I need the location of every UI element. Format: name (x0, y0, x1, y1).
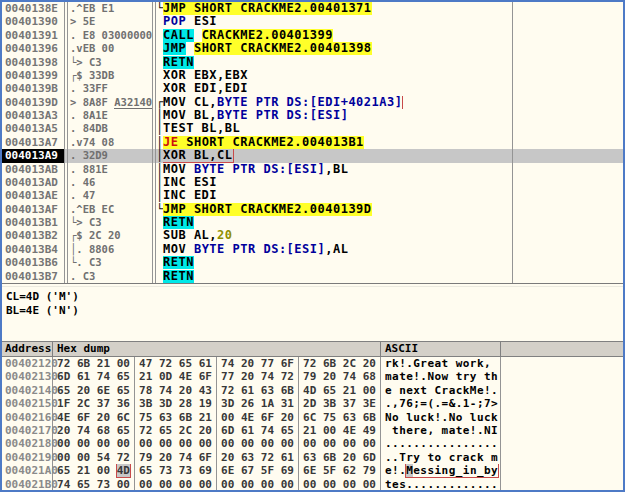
hex-byte-group: 00 00 00 00 (299, 478, 381, 491)
disasm-row[interactable]: 004013AF.^EB EC└JMP SHORT CRACKME2.00401… (2, 203, 623, 216)
hexdump-row[interactable]: 0040214065 20 6E 6578 74 20 4372 61 63 6… (2, 384, 623, 397)
disasm-row[interactable]: 00401390> 5EPOP ESI (2, 15, 623, 28)
hex-byte-group: 21 0D 4E 6F (135, 370, 217, 383)
register-hint-line: BL=4E ('N') (6, 304, 623, 318)
jump-bracket: ┌ (156, 96, 163, 109)
disasm-comment (512, 189, 623, 202)
disasm-instruction: RETN (156, 256, 512, 269)
disasm-row[interactable]: 004013B7. C3RETN (2, 270, 623, 283)
instruction-text: │JE SHORT CRACKME2.004013B1 (156, 136, 364, 149)
hex-ascii: ..Try to crack m (381, 451, 501, 464)
instruction-segment: INC EDI (163, 189, 217, 202)
instruction-segment: SHORT CRACKME2.004013B1 (178, 136, 363, 149)
disasm-row[interactable]: 004013B2┌$ 2C 20SUB AL,20 (2, 229, 623, 242)
instruction-segment: BYTE PTR DS:[EDI+4021A3] (217, 96, 402, 109)
disasm-row[interactable]: 004013A5. 84DB│TEST BL,BL (2, 122, 623, 135)
hex-ascii: No luck!.No luck (381, 411, 501, 424)
hex-byte-group: 72 65 2C 20 (135, 424, 217, 437)
disasm-row[interactable]: 00401391. E8 03000000CALL CRACKME2.00401… (2, 29, 623, 42)
disasm-row[interactable]: 004013B1└> C3RETN (2, 216, 623, 229)
disasm-row[interactable]: 004013B6└. C3RETN (2, 256, 623, 269)
jump-bracket: │ (156, 122, 163, 135)
hex-byte-group: 00 00 54 72 (53, 451, 135, 464)
hexdump-row[interactable]: 004021306D 61 74 6521 0D 4E 6F77 20 74 7… (2, 370, 623, 383)
hex-byte-group: 74 65 73 00 (53, 478, 135, 491)
disasm-row[interactable]: 004013AD. 46│INC ESI (2, 176, 623, 189)
disasm-row[interactable]: 00401398└> C3RETN (2, 56, 623, 69)
hex-byte-group: 6D 61 74 65 (53, 370, 135, 383)
disasm-address: 0040138E (2, 2, 64, 15)
header-ascii: ASCII (381, 342, 501, 356)
disasm-comment (512, 256, 623, 269)
disasm-comment (512, 109, 623, 122)
instruction-text: RETN (156, 216, 194, 229)
disasm-address: 00401391 (2, 29, 64, 42)
jump-bracket: │ (156, 176, 163, 189)
disasm-row[interactable]: 0040139B. 33FFXOR EDI,EDI (2, 82, 623, 95)
hex-byte-group: 4D 65 21 00 (299, 384, 381, 397)
disasm-bytes: ┌$ 2C 20 (68, 229, 152, 242)
hex-byte-group: 74 20 77 6F (217, 357, 299, 370)
jump-bracket: │ (156, 136, 163, 149)
hexdump-panel[interactable]: Address Hex dump ASCII 0040212072 6B 21 … (2, 341, 623, 491)
disasm-row[interactable]: 004013B4│. 8806MOV BYTE PTR DS:[ESI],AL (2, 243, 623, 256)
disasm-row[interactable]: 004013A7.v74 08│JE SHORT CRACKME2.004013… (2, 136, 623, 149)
instruction-segment: RETN (163, 256, 194, 269)
hexdump-row[interactable]: 0040218000 00 00 0000 00 00 0000 00 00 0… (2, 437, 623, 450)
jump-bracket: │ (156, 189, 163, 202)
jump-bracket: └ (156, 203, 163, 216)
instruction-segment (186, 42, 194, 55)
instruction-text: RETN (156, 270, 194, 283)
hex-byte-group: 4E 6F 20 6C (53, 411, 135, 424)
disasm-row[interactable]: 00401399┌$ 33DBXOR EBX,EBX (2, 69, 623, 82)
instruction-segment: ,AL (325, 243, 348, 256)
instruction-segment: POP (163, 15, 186, 28)
disasm-bytes: > 8A8F A3214000 (68, 96, 152, 109)
instruction-text: │MOV BL,BYTE PTR DS:[ESI] (156, 109, 348, 122)
disassembly-panel[interactable]: 0040138E.^EB E1└JMP SHORT CRACKME2.00401… (2, 2, 623, 283)
disasm-comment (512, 163, 623, 176)
hex-byte-group: 78 74 20 43 (135, 384, 217, 397)
instruction-segment: JMP SHORT CRACKME2.00401371 (163, 2, 372, 15)
disasm-row[interactable]: 00401396.vEB 00JMP SHORT CRACKME2.004013… (2, 42, 623, 55)
hex-byte-group: 3B 3D 28 19 (135, 397, 217, 410)
disasm-address: 004013AE (2, 189, 64, 202)
disasm-bytes: │. 8806 (68, 243, 152, 256)
disasm-bytes: . C3 (68, 270, 152, 283)
disasm-row[interactable]: 0040138E.^EB E1└JMP SHORT CRACKME2.00401… (2, 2, 623, 15)
instruction-text: │INC ESI (156, 176, 217, 189)
disasm-address: 004013B2 (2, 229, 64, 242)
hexdump-row[interactable]: 0040219000 00 54 7279 20 74 6F20 63 72 6… (2, 451, 623, 464)
hexdump-rows[interactable]: 0040212072 6B 21 0047 72 65 6174 20 77 6… (2, 357, 623, 491)
hexdump-row[interactable]: 0040217020 74 68 6572 65 2C 206D 61 74 6… (2, 424, 623, 437)
hexdump-row[interactable]: 004021501F 2C 37 363B 3D 28 193D 26 1A 3… (2, 397, 623, 410)
annotation-redbox: ┌MOV CL,BYTE PTR DS:[EDI+4021A3] (156, 96, 402, 109)
annotation-redbox: Messing_in_by (406, 464, 498, 477)
disasm-address: 004013A9 (2, 149, 64, 162)
hexdump-row[interactable]: 004021604E 6F 20 6C75 63 6B 2100 4E 6F 2… (2, 411, 623, 424)
instruction-segment: CRACKME2.00401399 (202, 29, 333, 42)
disasm-bytes: └> C3 (68, 56, 152, 69)
hex-byte-group: 1F 2C 37 36 (53, 397, 135, 410)
register-hint-panel[interactable]: CL=4D ('M') BL=4E ('N') (2, 287, 623, 341)
disasm-instruction: RETN (156, 270, 512, 283)
instruction-text: SUB AL,20 (156, 229, 233, 242)
disasm-row[interactable]: 004013AB. 881E│MOV BYTE PTR DS:[ESI],BL (2, 163, 623, 176)
hex-row-spacer (501, 357, 623, 370)
disasm-instruction: │MOV BL,BYTE PTR DS:[ESI] (156, 109, 512, 122)
disasm-row[interactable]: 0040139D> 8A8F A3214000┌MOV CL,BYTE PTR … (2, 96, 623, 109)
hexdump-row[interactable]: 004021A065 21 00 4D65 73 73 696E 67 5F 6… (2, 464, 623, 477)
disasm-address: 004013B1 (2, 216, 64, 229)
disasm-comment (512, 96, 623, 109)
disasm-address: 004013B6 (2, 256, 64, 269)
disasm-row[interactable]: 004013A9. 32D9│XOR BL,CL (2, 149, 623, 162)
hex-ascii: ................ (381, 437, 501, 450)
hex-row-spacer (501, 424, 623, 437)
hexdump-row[interactable]: 004021B074 65 73 0000 00 00 0000 00 00 0… (2, 478, 623, 491)
disasm-address: 004013AD (2, 176, 64, 189)
disasm-row[interactable]: 004013AE. 47│INC EDI (2, 189, 623, 202)
hexdump-row[interactable]: 0040212072 6B 21 0047 72 65 6174 20 77 6… (2, 357, 623, 370)
hex-row-spacer (501, 384, 623, 397)
disasm-bytes: > 5E (68, 15, 152, 28)
disasm-row[interactable]: 004013A3. 8A1E│MOV BL,BYTE PTR DS:[ESI] (2, 109, 623, 122)
